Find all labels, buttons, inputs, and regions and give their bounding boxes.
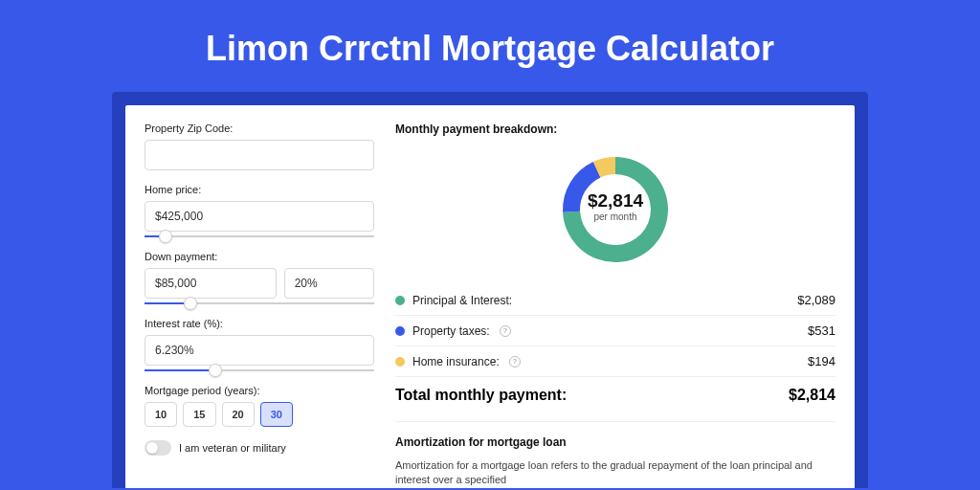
breakdown-lines: Principal & Interest:$2,089Property taxe… (395, 285, 835, 376)
breakdown-item-label: Home insurance: (412, 355, 500, 368)
breakdown-item-value: $531 (808, 323, 835, 338)
breakdown-item-label: Principal & Interest: (412, 294, 512, 307)
legend-dot (395, 296, 405, 305)
page-title: Limon Crrctnl Mortgage Calculator (0, 0, 980, 92)
mortgage-period-label: Mortgage period (years): (145, 385, 374, 396)
calculator-card: Property Zip Code: Home price: Down paym… (125, 105, 855, 488)
period-button-10[interactable]: 10 (145, 402, 177, 427)
breakdown-item: Principal & Interest:$2,089 (395, 285, 835, 315)
veteran-toggle-row: I am veteran or military (145, 440, 374, 456)
home-price-input[interactable] (145, 201, 374, 232)
breakdown-item-left: Home insurance:? (395, 355, 521, 368)
info-icon[interactable]: ? (500, 325, 511, 337)
interest-rate-slider-thumb[interactable] (209, 364, 222, 377)
home-price-slider[interactable] (145, 235, 374, 237)
period-button-20[interactable]: 20 (222, 402, 255, 427)
down-payment-field-block: Down payment: (145, 251, 374, 304)
down-payment-slider-thumb[interactable] (184, 297, 197, 310)
home-price-slider-thumb[interactable] (159, 230, 172, 243)
info-icon[interactable]: ? (509, 356, 521, 368)
down-payment-pct-input[interactable] (284, 268, 374, 299)
mortgage-period-field-block: Mortgage period (years): 10152030 (145, 385, 374, 427)
legend-dot (395, 357, 405, 367)
breakdown-item: Home insurance:?$194 (395, 345, 835, 376)
zip-input[interactable] (145, 140, 374, 170)
breakdown-item-left: Property taxes:? (395, 324, 511, 338)
breakdown-item-left: Principal & Interest: (395, 294, 512, 307)
donut-chart: $2,814per month (557, 151, 674, 268)
breakdown-item: Property taxes:?$531 (395, 315, 835, 345)
breakdown-item-value: $194 (808, 354, 835, 368)
veteran-toggle[interactable] (145, 440, 171, 456)
down-payment-input[interactable] (145, 268, 277, 299)
down-payment-slider[interactable] (145, 302, 374, 304)
donut-chart-wrap: $2,814per month (395, 145, 835, 285)
input-column: Property Zip Code: Home price: Down paym… (145, 122, 374, 488)
veteran-toggle-knob (146, 442, 158, 454)
breakdown-column: Monthly payment breakdown: $2,814per mon… (395, 122, 835, 488)
amortization-block: Amortization for mortgage loan Amortizat… (395, 421, 835, 488)
calculator-panel-outer: Property Zip Code: Home price: Down paym… (112, 92, 868, 488)
total-value: $2,814 (789, 387, 835, 404)
mortgage-period-options: 10152030 (145, 402, 374, 427)
period-button-30[interactable]: 30 (260, 402, 293, 427)
interest-rate-slider[interactable] (145, 369, 374, 371)
legend-dot (395, 326, 405, 336)
donut-center-sub: per month (577, 212, 654, 222)
breakdown-item-label: Property taxes: (412, 324, 490, 338)
total-label: Total monthly payment: (395, 387, 567, 404)
home-price-label: Home price: (145, 184, 374, 195)
interest-rate-slider-fill (145, 369, 215, 371)
amortization-title: Amortization for mortgage loan (395, 435, 835, 449)
zip-field-block: Property Zip Code: (145, 122, 374, 170)
donut-center-amount: $2,814 (577, 190, 654, 212)
total-row: Total monthly payment: $2,814 (395, 377, 835, 413)
veteran-toggle-label: I am veteran or military (179, 442, 286, 454)
interest-rate-input[interactable] (145, 335, 374, 366)
down-payment-label: Down payment: (145, 251, 374, 262)
breakdown-title: Monthly payment breakdown: (395, 122, 835, 136)
period-button-15[interactable]: 15 (183, 402, 215, 427)
interest-rate-field-block: Interest rate (%): (145, 318, 374, 371)
breakdown-item-value: $2,089 (797, 293, 835, 307)
interest-rate-label: Interest rate (%): (145, 318, 374, 329)
amortization-text: Amortization for a mortgage loan refers … (395, 458, 835, 488)
home-price-field-block: Home price: (145, 184, 374, 237)
zip-label: Property Zip Code: (145, 122, 374, 134)
